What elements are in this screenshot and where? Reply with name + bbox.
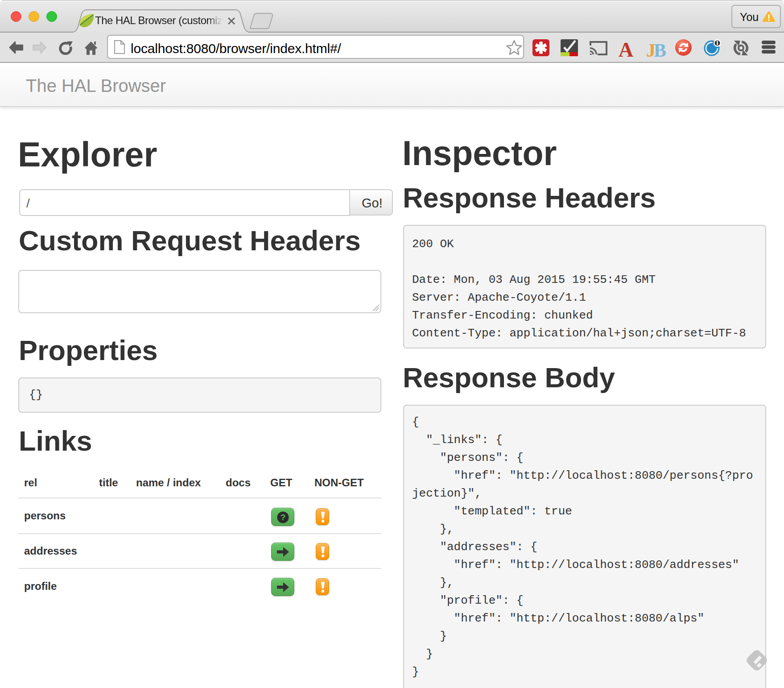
svg-text:?: ?: [281, 513, 286, 522]
